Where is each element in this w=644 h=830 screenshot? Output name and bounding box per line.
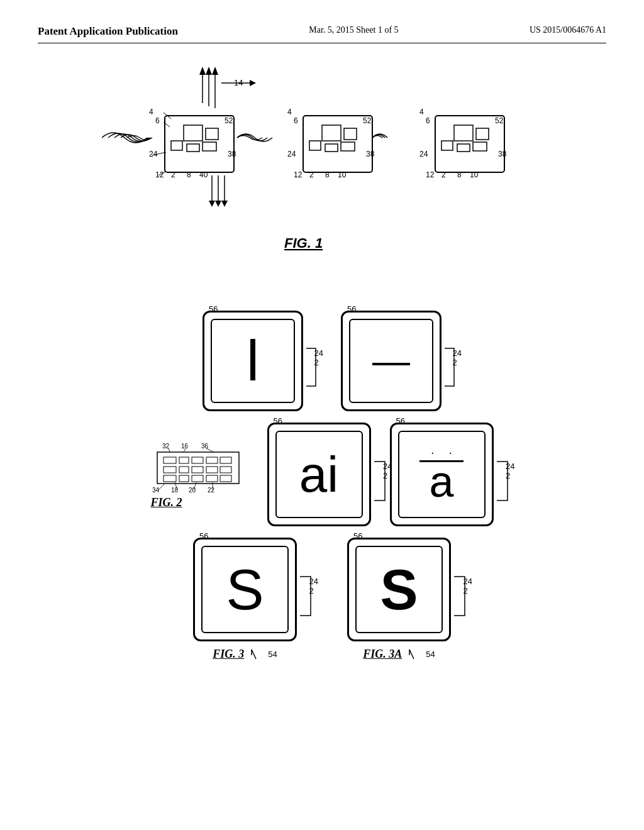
svg-rect-54	[473, 142, 487, 151]
svg-rect-51	[476, 128, 489, 140]
key-s-bracket	[297, 573, 317, 619]
svg-rect-10	[184, 125, 203, 141]
svg-text:4: 4	[287, 108, 292, 116]
svg-rect-75	[220, 467, 231, 473]
key-dash-outer: —	[341, 311, 441, 411]
header-date-sheet: Mar. 5, 2015 Sheet 1 of 5	[309, 25, 398, 35]
svg-text:38: 38	[498, 150, 507, 158]
content-area: 14	[38, 62, 606, 792]
svg-text:12: 12	[294, 170, 303, 179]
svg-rect-73	[192, 467, 203, 473]
key-ai-char: ai	[299, 450, 338, 500]
key-special-a-outer: ·· a	[390, 423, 494, 526]
svg-text:52: 52	[495, 116, 504, 125]
svg-text:2: 2	[441, 170, 446, 179]
fig3-label: FIG. 3	[213, 648, 244, 661]
key-special-a-inner: ·· a	[398, 431, 486, 518]
svg-rect-37	[309, 141, 321, 150]
key-s-wrapper: 56 S 24 2	[193, 538, 297, 641]
key-s-bold-wrapper: 56 S 24 2	[347, 538, 451, 641]
svg-text:4: 4	[419, 108, 424, 116]
svg-rect-38	[325, 144, 338, 152]
svg-rect-14	[203, 142, 216, 151]
svg-text:4: 4	[149, 108, 153, 116]
svg-rect-79	[206, 475, 218, 482]
svg-rect-53	[457, 144, 470, 152]
key-l-bracket	[303, 345, 322, 389]
svg-marker-1	[199, 67, 206, 75]
svg-text:12: 12	[426, 170, 435, 179]
fig3-arrow-icon	[247, 646, 265, 662]
svg-marker-3	[206, 67, 212, 75]
svg-line-95	[252, 650, 256, 659]
key-s-bold-section: 56 S 24 2	[347, 538, 451, 662]
svg-rect-78	[192, 475, 203, 482]
fig3a-ref54: 54	[426, 650, 435, 659]
svg-rect-39	[341, 142, 355, 151]
svg-line-97	[409, 650, 414, 659]
key-s-bold-inner: S	[355, 546, 443, 633]
svg-marker-31	[215, 201, 221, 207]
key-l-char: l	[247, 333, 259, 389]
svg-rect-76	[164, 475, 176, 482]
key-ai-outer: ai	[267, 423, 371, 526]
svg-rect-67	[179, 457, 189, 463]
key-s-bold-outer: S	[347, 538, 451, 641]
fig3-ref54: 54	[268, 650, 277, 659]
key-special-a-wrapper: 56 ·· a 24 2	[390, 423, 494, 526]
header-title: Patent Application Publication	[38, 25, 178, 38]
svg-text:2: 2	[309, 170, 314, 179]
svg-rect-36	[344, 128, 357, 140]
svg-text:22: 22	[208, 487, 215, 494]
svg-text:6: 6	[294, 116, 298, 125]
svg-rect-52	[441, 141, 453, 150]
key-dash-wrapper: 56 — 24 2	[341, 311, 441, 411]
svg-text:10: 10	[338, 170, 347, 179]
svg-rect-66	[164, 457, 176, 463]
svg-rect-69	[206, 457, 218, 463]
key-l-outer: l	[203, 311, 303, 411]
svg-rect-74	[206, 467, 218, 473]
key-dash-char: —	[372, 342, 410, 380]
svg-rect-71	[164, 467, 176, 473]
svg-text:24: 24	[419, 150, 428, 158]
svg-text:40: 40	[199, 170, 208, 179]
key-special-a-char: a	[430, 462, 454, 502]
svg-text:16: 16	[181, 443, 189, 450]
key-s-bold-char: S	[380, 562, 418, 618]
fig3a-arrow-icon	[404, 646, 423, 662]
key-s-char: S	[226, 562, 264, 618]
svg-text:6: 6	[155, 116, 160, 125]
fig1-area: 14	[38, 62, 606, 301]
svg-text:8: 8	[457, 170, 462, 179]
svg-text:34: 34	[152, 487, 160, 494]
svg-marker-29	[209, 201, 215, 207]
bottom-section: 56 S 24 2	[38, 538, 606, 662]
key-s-bold-bracket	[451, 573, 471, 619]
svg-line-90	[206, 448, 214, 452]
key-dash-bracket	[441, 345, 460, 389]
svg-text:FIG. 1: FIG. 1	[284, 235, 323, 251]
svg-text:38: 38	[228, 150, 236, 158]
key-special-a-bracket	[494, 458, 514, 504]
svg-text:52: 52	[225, 116, 233, 125]
svg-marker-33	[221, 201, 228, 207]
fig2-drawing: 32 16 36 34 18 20 22	[151, 440, 248, 496]
fig1-drawing: 14	[102, 62, 542, 263]
key-ai-bracket	[371, 458, 391, 504]
svg-rect-50	[454, 125, 473, 141]
key-dash-inner: —	[349, 319, 433, 403]
svg-rect-72	[179, 467, 189, 473]
key-l-wrapper: 56 l 24 2	[203, 311, 303, 411]
svg-rect-70	[220, 457, 231, 463]
svg-text:8: 8	[325, 170, 330, 179]
header-patent-number: US 2015/0064676 A1	[530, 25, 606, 35]
fig2-label: FIG. 2	[151, 496, 182, 509]
svg-rect-11	[206, 128, 218, 140]
special-char-display: ·· a	[416, 447, 467, 502]
svg-rect-12	[171, 141, 182, 150]
header: Patent Application Publication Mar. 5, 2…	[38, 25, 606, 43]
key-s-section: 56 S 24 2	[193, 538, 297, 662]
svg-text:38: 38	[366, 150, 375, 158]
key-ai-wrapper: 56 ai 24 2	[267, 423, 371, 526]
